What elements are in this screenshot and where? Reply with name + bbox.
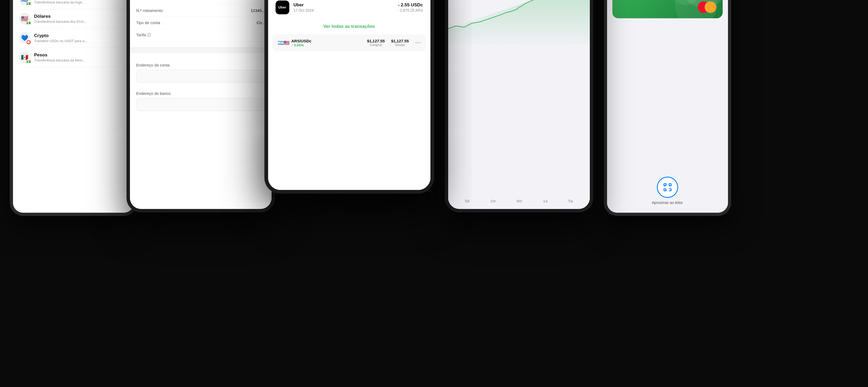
exchange-section: 🇦🇷🇺🇸 ARS/USDc ↑ 0.65% $ [272, 34, 426, 51]
label-tarifa: Tarifa ⓘ [136, 32, 151, 37]
aproximar-label: Aproximar ao leitor [652, 201, 683, 205]
value-roteamento: 12345... [163, 8, 265, 12]
currency-item-pesos-mx[interactable]: 🇲🇽 💵 Pesos Transferência bancária da Mex… [19, 48, 128, 67]
left2-phone: 9:41 ▲▲▲ ← ACH & Wire 🇺🇸 [126, 0, 275, 212]
bank-address-input[interactable] [136, 98, 265, 111]
address-input[interactable] [136, 70, 265, 82]
label-tipo: Tipo de conta [136, 20, 160, 25]
currency-desc-dolares: Transferência bancária dos EUA... [34, 20, 87, 24]
currency-name-pesos-mx: Pesos [34, 52, 85, 58]
uber-amount-sub: - 2,875.25 ARS [398, 8, 423, 12]
label-roteamento: N.º roteamento [136, 8, 163, 12]
currency-name-crypto: Crypto [34, 33, 88, 38]
currency-item-pesos-ars[interactable]: 🇦🇷 💵 Pesos Transferência bancária da Arg… [19, 0, 128, 9]
far-left-body: Adicionar saldo Adicionar saldo ao Dolar… [13, 0, 134, 213]
far-right-phone: 9:41 WiFi 🔋 ••• [604, 0, 731, 216]
far-left-phone: 9:41 📶 🔋 ← Adicionar saldo Adici [10, 0, 137, 216]
form-row-conta: N.º da conta 12345... [136, 0, 265, 4]
card-bg-circle2 [675, 0, 717, 18]
more-options-dot[interactable]: ••• [415, 40, 421, 46]
form-row-tarifa: Tarifa ⓘ [136, 29, 265, 41]
change-value: 0.65% [294, 43, 304, 47]
phones-container: 9:41 📶 🔋 ← Adicionar saldo Adici [0, 0, 868, 387]
currency-info-mx: Pesos Transferência bancária da Mexi... [34, 52, 85, 62]
pair-flags: 🇦🇷🇺🇸 [278, 40, 289, 46]
center-bottom-section: deel. De Deel 18 Oct 2024 + 1,000 USDc +… [268, 0, 430, 190]
currency-desc-pesos: Transferência bancária da Arge... [34, 0, 85, 4]
uber-logo: Uber [276, 1, 289, 14]
time-5a[interactable]: 5a [565, 197, 576, 205]
bank-address-section: Endereço do banco [136, 86, 265, 111]
form-row-roteamento: N.º roteamento 12345... [136, 4, 265, 16]
uber-amount-main: - 2.55 USDc [398, 2, 423, 8]
time-selector: 5d 1m 6m 1a 5a [448, 192, 590, 209]
right2-phone: 🇦🇷 · 🇺🇸 WiFi 🔋 [445, 0, 593, 212]
currency-icon-crypto: 💙 ⭕ [19, 32, 31, 44]
pair-details: ARS/USDc ↑ 0.65% [291, 39, 312, 47]
uber-info: Uber 17 Oct 2024 [293, 2, 394, 12]
svg-rect-1 [669, 183, 671, 186]
currency-info-usd: Dólares Transferência bancária dos EUA..… [34, 14, 87, 24]
left2-body: 🇺🇸 Detalhes da sua conta nos EU... Trans… [130, 0, 272, 209]
currency-item-crypto[interactable]: 💙 ⭕ Crypto Transferir USDc ou USDT para … [19, 29, 128, 48]
section-divider [130, 47, 272, 53]
value-tipo: Co... [160, 20, 265, 25]
uber-name: Uber [293, 2, 394, 8]
currency-list: 🇦🇷 💵 Pesos Transferência bancária da Arg… [19, 0, 128, 67]
bank-address-label: Endereço do banco [136, 91, 265, 95]
svg-rect-0 [664, 183, 666, 186]
chart-container [448, 0, 590, 192]
time-6m[interactable]: 6m [514, 197, 525, 205]
form-row-tipo: Tipo de conta Co... [136, 16, 265, 29]
uber-date: 17 Oct 2024 [293, 8, 394, 12]
currency-icon-ars: 🇦🇷 💵 [19, 0, 31, 5]
currency-desc-crypto: Transferir USDc ou USDT para a... [34, 39, 88, 43]
comprar-col: $1,127.55 Comprar [367, 39, 385, 47]
transaction-uber[interactable]: Uber Uber 17 Oct 2024 - 2.55 USDc - 2,87… [268, 0, 430, 19]
comprar-value: $1,127.55 [367, 39, 385, 43]
bottom-btn-area: Aproximar ao leitor [607, 18, 728, 213]
change-arrow: ↑ [291, 43, 293, 47]
currency-info-crypto: Crypto Transferir USDc ou USDT para a... [34, 33, 88, 43]
time-1a[interactable]: 1a [540, 197, 551, 205]
center-phone: 9:41 WiFi ▓▓▓ [265, 0, 434, 194]
form-fields: Nome do beneficiário Micha... Nome do ba… [136, 0, 265, 41]
card-area: DolarApp [607, 0, 728, 18]
pair-change: ↑ 0.65% [291, 43, 312, 47]
currency-name-dolares: Dólares [34, 14, 87, 19]
ver-todas-button[interactable]: Ver todas as transações [268, 19, 430, 34]
address-section: Endereço da conta [136, 58, 265, 82]
time-1m[interactable]: 1m [487, 197, 499, 205]
vender-label-center: Vender [391, 43, 409, 47]
exchange-prices: $1,127.55 Comprar $1,127.55 Vender ••• [367, 39, 421, 47]
comprar-label: Comprar [367, 43, 385, 47]
currency-icon-mx: 🇲🇽 💵 [19, 51, 31, 63]
svg-rect-2 [664, 189, 666, 191]
pair-name: ARS/USDc [291, 39, 312, 43]
time-5d[interactable]: 5d [462, 197, 473, 205]
exchange-row: 🇦🇷🇺🇸 ARS/USDc ↑ 0.65% $ [278, 39, 421, 47]
currency-item-dolares[interactable]: 🇺🇸 💵 Dólares Transferência bancária dos … [19, 9, 128, 29]
vender-value-center: $1,127.55 [391, 39, 409, 43]
exchange-pair: 🇦🇷🇺🇸 ARS/USDc ↑ 0.65% [278, 39, 312, 47]
currency-info-ars: Pesos Transferência bancária da Arge... [34, 0, 85, 4]
uber-amounts: - 2.55 USDc - 2,875.25 ARS [398, 2, 423, 12]
dolar-card: DolarApp [612, 0, 723, 18]
currency-desc-pesos-mx: Transferência bancária da Mexi... [34, 58, 85, 62]
address-label: Endereço da conta [136, 63, 265, 67]
price-chart [448, 0, 590, 44]
vender-col: $1,127.55 Vender [391, 39, 409, 47]
label-conta: N.º da conta [136, 0, 158, 0]
scan-reader-button[interactable] [657, 177, 678, 198]
value-conta: 12345... [158, 0, 265, 0]
currency-icon-usd: 🇺🇸 💵 [19, 13, 31, 25]
